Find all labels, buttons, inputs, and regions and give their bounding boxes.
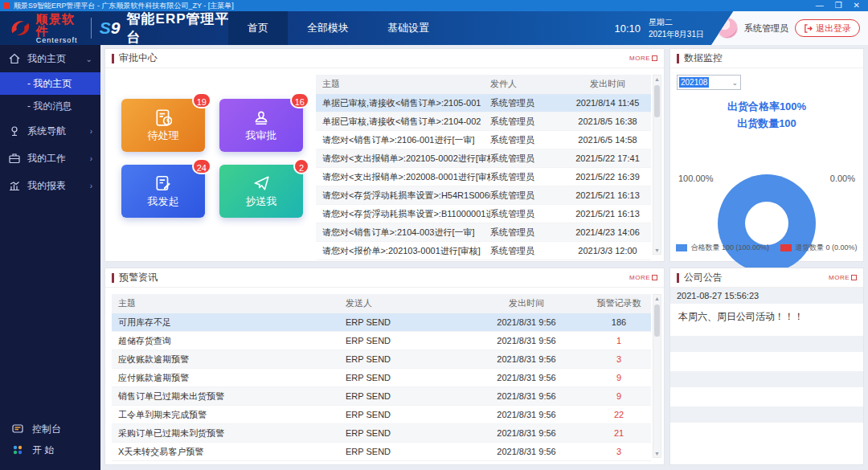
nav-tab-全部模块[interactable]: 全部模块 <box>288 11 368 45</box>
clock-day: 2021年8月31日 <box>649 30 704 39</box>
table-row[interactable]: 应收账款逾期预警ERP SEND2021/8/31 9:563 <box>112 350 651 369</box>
col-count[interactable]: 预警记录数 <box>587 297 651 309</box>
tile-待处理[interactable]: 待处理19 <box>121 99 205 152</box>
avatar[interactable] <box>717 18 738 39</box>
table-row[interactable]: 单据已审核,请接收<销售订单>:2105-001系统管理员2021/8/14 1… <box>316 94 651 112</box>
donut-right-label: 0.00% <box>830 174 855 183</box>
cell-subject: 请您对<销售订单>:2104-003进行[一审] <box>316 227 490 239</box>
cell-sender: 系统管理员 <box>490 153 564 165</box>
monitor-panel-title: 数据监控 <box>684 51 723 65</box>
legend-item[interactable]: 退货数量 0 (0.00%) <box>780 243 858 253</box>
sidebar-footer-控制台[interactable]: 控制台 <box>0 419 100 439</box>
col-subject[interactable]: 主题 <box>316 78 490 90</box>
scroll-thumb[interactable] <box>654 85 660 117</box>
table-header-row: 主题发送人发出时间预警记录数 <box>112 294 651 313</box>
user-name: 系统管理员 <box>744 22 788 35</box>
cell-subject: 请您对<支出报销单>:202008-0001进行[审核] <box>316 171 490 183</box>
more-label: MORE <box>829 274 850 281</box>
table-row[interactable]: 请您对<支出报销单>:202105-0002进行[审核]系统管理员2021/5/… <box>316 149 651 168</box>
cell-time: 2021/8/14 11:45 <box>564 98 651 108</box>
notice-empty-row <box>670 371 863 387</box>
sidebar-footer-开 始[interactable]: 开 始 <box>0 439 100 460</box>
scroll-thumb[interactable] <box>654 304 660 337</box>
tile-我审批[interactable]: 我审批16 <box>219 99 303 152</box>
table-row[interactable]: X天未转交易客户预警ERP SEND2021/8/31 9:563 <box>112 443 651 461</box>
table-row[interactable]: 请您对<销售订单>:2106-001进行[一审]系统管理员2021/6/5 14… <box>316 131 651 149</box>
table-row[interactable]: 超储存货查询ERP SEND2021/8/31 9:561 <box>112 332 651 350</box>
cell-alert-count: 22 <box>587 410 651 419</box>
brand-logo: 顺景软件 Centersoft S9 智能ERP管理平台 <box>0 10 233 47</box>
more-label: MORE <box>629 55 650 62</box>
table-row[interactable]: 可用库存不足ERP SEND2021/8/31 9:56186 <box>112 313 651 332</box>
approval-more-button[interactable]: MORE <box>629 55 657 62</box>
donut-chart[interactable] <box>718 174 816 272</box>
approval-panel-header: 审批中心 MORE <box>105 49 664 68</box>
table-row[interactable]: 请您对<报价单>:202103-0001进行[审核]系统管理员2021/3/3 … <box>316 242 651 260</box>
notice-panel-title: 公司公告 <box>684 271 723 284</box>
cell-subject: 采购订单已过期未到货预警 <box>112 427 346 439</box>
cell-time: 2021/8/31 9:56 <box>466 336 587 345</box>
sidebar-subitem-0-1[interactable]: - 我的消息 <box>0 95 100 117</box>
tile-label: 我审批 <box>246 129 277 143</box>
footer-label: 控制台 <box>32 423 61 436</box>
alerts-more-button[interactable]: MORE <box>629 274 657 281</box>
scroll-up-icon[interactable]: ▲ <box>653 76 661 82</box>
sidebar-subitem-0-0[interactable]: - 我的主页 <box>0 72 100 95</box>
tile-抄送我[interactable]: 抄送我2 <box>219 165 303 218</box>
col-sender[interactable]: 发件人 <box>490 78 564 90</box>
alerts-table-scrollbar[interactable]: ▲ ▼ <box>653 294 661 458</box>
month-select-value: 202108 <box>679 77 709 88</box>
close-button[interactable]: ✕ <box>854 0 860 11</box>
header-clock: 10:10 星期二 2021年8月31日 <box>615 16 715 40</box>
sidebar-item-1[interactable]: 系统导航› <box>0 117 100 145</box>
emblem-s: S <box>100 18 111 37</box>
legend-swatch <box>676 244 687 251</box>
col-time[interactable]: 发出时间 <box>466 297 587 309</box>
ship-qty-text: 出货数量100 <box>670 116 863 133</box>
table-row[interactable]: 销售订单已过期未出货预警ERP SEND2021/8/31 9:569 <box>112 387 651 406</box>
notice-date[interactable]: 2021-08-27 15:56:23 <box>670 288 863 304</box>
tile-我发起[interactable]: 我发起24 <box>121 165 205 218</box>
cell-alert-count: 186 <box>587 317 651 327</box>
table-row[interactable]: 请您对<存货浮动耗损率设置>:H54R1S006002进行[审核]系统管理员20… <box>316 186 651 205</box>
legend-item[interactable]: 合格数量 100 (100.00%) <box>676 243 769 253</box>
minimize-button[interactable]: — <box>816 0 824 11</box>
scroll-up-icon[interactable]: ▲ <box>653 296 661 301</box>
col-time[interactable]: 发出时间 <box>564 78 651 90</box>
table-row[interactable]: 请您对<支出报销单>:202008-0001进行[审核]系统管理员2021/5/… <box>316 168 651 186</box>
sidebar-item-2[interactable]: 我的工作› <box>0 145 100 172</box>
cell-subject: 请您对<销售订单>:2106-001进行[一审] <box>316 134 490 146</box>
nav-tab-首页[interactable]: 首页 <box>228 11 288 45</box>
cell-time: 2021/3/3 12:00 <box>564 246 651 255</box>
logout-button[interactable]: 退出登录 <box>795 19 860 37</box>
month-select[interactable]: 202108 ⌄ <box>677 75 741 90</box>
notice-more-button[interactable]: MORE <box>829 274 857 281</box>
clock-weekday: 星期二 <box>649 18 673 27</box>
notice-empty-row <box>670 336 863 352</box>
table-row[interactable]: 请您对<存货浮动耗损率设置>:B11000001进行[审核]系统管理员2021/… <box>316 205 651 223</box>
scroll-down-icon[interactable]: ▼ <box>653 451 661 456</box>
cell-subject: 应收账款逾期预警 <box>112 354 346 366</box>
legend-label: 退货数量 0 (0.00%) <box>795 243 858 253</box>
cell-sender: 系统管理员 <box>490 116 564 128</box>
title-accent-bar <box>677 273 679 283</box>
header-user-area: 系统管理员 退出登录 <box>711 11 868 45</box>
report-chart-icon <box>8 179 21 192</box>
sidebar-item-0[interactable]: 我的主页⌄ <box>0 45 100 72</box>
table-row[interactable]: 单据已审核,请接收<销售订单>:2104-002系统管理员2021/8/5 16… <box>316 112 651 131</box>
table-row[interactable]: 工令单到期未完成预警ERP SEND2021/8/31 9:5622 <box>112 406 651 424</box>
table-row[interactable]: 采购订单已过期未到货预警ERP SEND2021/8/31 9:5621 <box>112 424 651 443</box>
sidebar-item-3[interactable]: 我的报表› <box>0 172 100 199</box>
col-subject[interactable]: 主题 <box>112 297 346 309</box>
table-row[interactable]: 请您对<销售订单>:2104-003进行[一审]系统管理员2021/4/23 1… <box>316 223 651 242</box>
maximize-button[interactable]: ❐ <box>835 0 842 11</box>
table-row[interactable]: 应付账款逾期预警ERP SEND2021/8/31 9:569 <box>112 369 651 387</box>
tile-count-badge: 19 <box>192 92 211 108</box>
nav-tab-基础设置[interactable]: 基础设置 <box>368 11 448 45</box>
col-sender[interactable]: 发送人 <box>346 297 466 309</box>
sidebar-item-label: 我的主页 <box>27 52 66 66</box>
more-label: MORE <box>629 274 650 281</box>
scroll-down-icon[interactable]: ▼ <box>653 247 661 253</box>
monitor-headline: 出货合格率100% 出货数量100 <box>670 99 863 133</box>
approval-table-scrollbar[interactable]: ▲ ▼ <box>653 75 661 255</box>
